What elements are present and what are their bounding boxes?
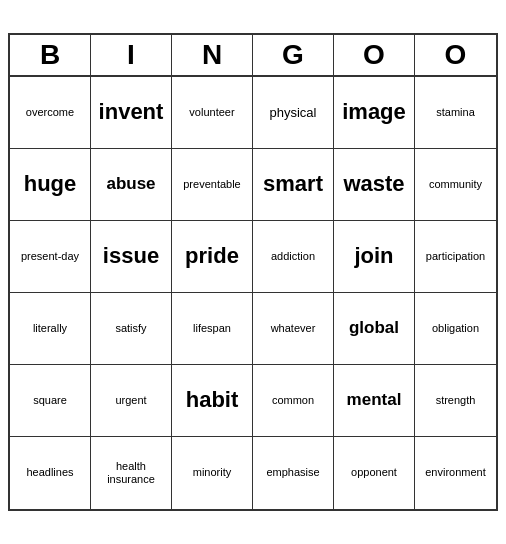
- cell-text-r4-c2: habit: [186, 387, 239, 413]
- header-letter-0: B: [10, 35, 91, 75]
- cell-r3-c5: obligation: [415, 293, 496, 365]
- cell-text-r3-c4: global: [349, 318, 399, 338]
- header-letter-2: N: [172, 35, 253, 75]
- cell-r5-c5: environment: [415, 437, 496, 509]
- cell-text-r5-c1: health insurance: [94, 460, 168, 486]
- cell-r0-c0: overcome: [10, 77, 91, 149]
- header-letter-4: O: [334, 35, 415, 75]
- cell-r0-c2: volunteer: [172, 77, 253, 149]
- cell-text-r2-c2: pride: [185, 243, 239, 269]
- cell-r5-c4: opponent: [334, 437, 415, 509]
- cell-r4-c0: square: [10, 365, 91, 437]
- cell-text-r1-c3: smart: [263, 171, 323, 197]
- cell-r1-c2: preventable: [172, 149, 253, 221]
- cell-r3-c2: lifespan: [172, 293, 253, 365]
- cell-r3-c0: literally: [10, 293, 91, 365]
- cell-r5-c3: emphasise: [253, 437, 334, 509]
- bingo-grid: overcomeinventvolunteerphysicalimagestam…: [10, 77, 496, 509]
- cell-text-r3-c0: literally: [33, 322, 67, 335]
- cell-text-r1-c2: preventable: [183, 178, 241, 191]
- cell-text-r2-c5: participation: [426, 250, 485, 263]
- cell-r2-c0: present-day: [10, 221, 91, 293]
- cell-r1-c1: abuse: [91, 149, 172, 221]
- cell-r5-c1: health insurance: [91, 437, 172, 509]
- cell-text-r1-c1: abuse: [106, 174, 155, 194]
- cell-r2-c4: join: [334, 221, 415, 293]
- cell-r0-c1: invent: [91, 77, 172, 149]
- cell-text-r2-c3: addiction: [271, 250, 315, 263]
- cell-r2-c3: addiction: [253, 221, 334, 293]
- cell-text-r4-c3: common: [272, 394, 314, 407]
- cell-text-r0-c1: invent: [99, 99, 164, 125]
- cell-text-r3-c3: whatever: [271, 322, 316, 335]
- cell-r2-c1: issue: [91, 221, 172, 293]
- cell-r3-c1: satisfy: [91, 293, 172, 365]
- cell-r1-c5: community: [415, 149, 496, 221]
- cell-text-r2-c4: join: [354, 243, 393, 269]
- cell-text-r0-c2: volunteer: [189, 106, 234, 119]
- cell-r4-c5: strength: [415, 365, 496, 437]
- bingo-card: BINGOO overcomeinventvolunteerphysicalim…: [8, 33, 498, 511]
- cell-text-r3-c5: obligation: [432, 322, 479, 335]
- cell-text-r0-c4: image: [342, 99, 406, 125]
- cell-r4-c3: common: [253, 365, 334, 437]
- cell-r2-c2: pride: [172, 221, 253, 293]
- cell-text-r5-c2: minority: [193, 466, 232, 479]
- header-letter-1: I: [91, 35, 172, 75]
- header-letter-5: O: [415, 35, 496, 75]
- cell-r0-c4: image: [334, 77, 415, 149]
- cell-text-r2-c1: issue: [103, 243, 159, 269]
- cell-r1-c0: huge: [10, 149, 91, 221]
- cell-r5-c0: headlines: [10, 437, 91, 509]
- cell-r2-c5: participation: [415, 221, 496, 293]
- cell-r4-c4: mental: [334, 365, 415, 437]
- header-letter-3: G: [253, 35, 334, 75]
- cell-text-r5-c0: headlines: [26, 466, 73, 479]
- cell-text-r1-c5: community: [429, 178, 482, 191]
- cell-text-r4-c1: urgent: [115, 394, 146, 407]
- cell-text-r5-c3: emphasise: [266, 466, 319, 479]
- cell-text-r3-c2: lifespan: [193, 322, 231, 335]
- cell-text-r5-c4: opponent: [351, 466, 397, 479]
- cell-text-r3-c1: satisfy: [115, 322, 146, 335]
- cell-text-r5-c5: environment: [425, 466, 486, 479]
- cell-r3-c3: whatever: [253, 293, 334, 365]
- cell-r0-c3: physical: [253, 77, 334, 149]
- cell-text-r4-c5: strength: [436, 394, 476, 407]
- cell-text-r4-c4: mental: [347, 390, 402, 410]
- cell-text-r0-c0: overcome: [26, 106, 74, 119]
- cell-r1-c3: smart: [253, 149, 334, 221]
- cell-r3-c4: global: [334, 293, 415, 365]
- cell-text-r0-c5: stamina: [436, 106, 475, 119]
- cell-text-r0-c3: physical: [270, 105, 317, 121]
- bingo-header: BINGOO: [10, 35, 496, 77]
- cell-r0-c5: stamina: [415, 77, 496, 149]
- cell-text-r4-c0: square: [33, 394, 67, 407]
- cell-text-r1-c0: huge: [24, 171, 77, 197]
- cell-text-r2-c0: present-day: [21, 250, 79, 263]
- cell-text-r1-c4: waste: [343, 171, 404, 197]
- cell-r5-c2: minority: [172, 437, 253, 509]
- cell-r4-c1: urgent: [91, 365, 172, 437]
- cell-r1-c4: waste: [334, 149, 415, 221]
- cell-r4-c2: habit: [172, 365, 253, 437]
